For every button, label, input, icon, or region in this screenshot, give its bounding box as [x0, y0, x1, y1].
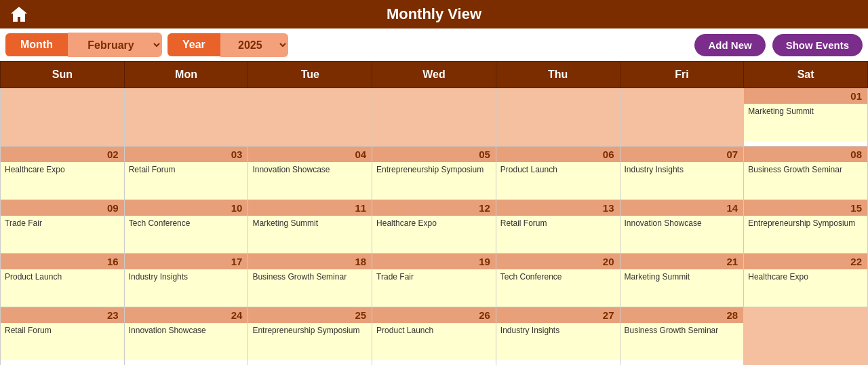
cell-event: Entrepreneurship Symposium — [744, 216, 867, 253]
calendar-cell[interactable]: 28Business Growth Seminar — [620, 307, 744, 366]
add-new-button[interactable]: Add New — [694, 34, 765, 56]
calendar-cell[interactable]: 23Retail Forum — [1, 307, 125, 366]
calendar-cell[interactable]: 18Business Growth Seminar — [248, 254, 372, 307]
calendar-cell[interactable]: 01Marketing Summit — [744, 88, 868, 147]
calendar-cell[interactable]: 13Retail Forum — [496, 200, 620, 254]
calendar-cell[interactable] — [372, 88, 496, 147]
calendar-cell[interactable]: 20Tech Conference — [496, 254, 620, 307]
cell-event: Tech Conference — [125, 216, 248, 253]
cell-date: 27 — [496, 307, 620, 323]
cell-event: Tech Conference — [496, 269, 620, 307]
cell-event: Trade Fair — [1, 216, 124, 253]
calendar-cell[interactable]: 09Trade Fair — [1, 200, 125, 254]
cell-date: 25 — [248, 307, 372, 323]
cell-event: Marketing Summit — [248, 216, 372, 253]
show-events-button[interactable]: Show Events — [772, 34, 863, 56]
cell-date: 13 — [496, 200, 620, 216]
cell-event: Innovation Showcase — [620, 216, 744, 253]
calendar-cell[interactable] — [124, 88, 248, 147]
calendar-cell[interactable]: 15Entrepreneurship Symposium — [744, 200, 868, 254]
cell-event: Innovation Showcase — [125, 323, 248, 360]
calendar-cell[interactable]: 05Entrepreneurship Symposium — [372, 147, 496, 200]
cell-date: 03 — [125, 147, 248, 162]
month-button[interactable]: Month — [5, 33, 68, 56]
calendar-cell[interactable]: 16Product Launch — [1, 254, 125, 307]
calendar-cell[interactable]: 19Trade Fair — [372, 254, 496, 307]
weekday-header-sun: Sun — [1, 62, 125, 88]
weekday-header-thu: Thu — [496, 62, 620, 88]
calendar-cell[interactable]: 10Tech Conference — [124, 200, 248, 254]
year-select[interactable]: 2023 2024 2025 2026 — [220, 33, 288, 57]
cell-event: Healthcare Expo — [372, 216, 496, 253]
cell-date: 01 — [744, 88, 867, 104]
cell-event: Business Growth Seminar — [620, 323, 744, 360]
cell-event: Business Growth Seminar — [248, 269, 372, 307]
cell-date: 19 — [372, 254, 496, 269]
cell-date: 23 — [1, 307, 124, 323]
cell-date: 08 — [744, 147, 867, 162]
calendar-cell[interactable]: 17Industry Insights — [124, 254, 248, 307]
cell-date: 28 — [620, 307, 744, 323]
cell-event: Product Launch — [496, 162, 620, 199]
cell-date: 18 — [248, 254, 372, 269]
cell-event: Trade Fair — [372, 269, 496, 307]
cell-date: 24 — [125, 307, 248, 323]
cell-date: 14 — [620, 200, 744, 216]
calendar-cell[interactable]: 03Retail Forum — [124, 147, 248, 200]
weekday-header-fri: Fri — [620, 62, 744, 88]
cell-date: 07 — [620, 147, 744, 162]
calendar-cell[interactable]: 14Innovation Showcase — [620, 200, 744, 254]
cell-event: Business Growth Seminar — [744, 162, 867, 199]
cell-date: 16 — [1, 254, 124, 269]
weekday-header-tue: Tue — [248, 62, 372, 88]
calendar-cell[interactable] — [744, 307, 868, 366]
cell-event: Marketing Summit — [744, 104, 867, 141]
cell-date: 02 — [1, 147, 124, 162]
cell-date: 26 — [372, 307, 496, 323]
calendar-cell[interactable]: 08Business Growth Seminar — [744, 147, 868, 200]
weekday-header-wed: Wed — [372, 62, 496, 88]
cell-date: 17 — [125, 254, 248, 269]
cell-event: Industry Insights — [620, 162, 744, 199]
calendar-cell[interactable]: 12Healthcare Expo — [372, 200, 496, 254]
cell-date: 12 — [372, 200, 496, 216]
cell-date: 21 — [620, 254, 744, 269]
cell-event: Industry Insights — [496, 323, 620, 360]
calendar-cell[interactable] — [1, 88, 125, 147]
calendar-cell[interactable]: 22Healthcare Expo — [744, 254, 868, 307]
calendar-cell[interactable]: 21Marketing Summit — [620, 254, 744, 307]
top-bar: Monthly View — [0, 0, 868, 28]
weekday-header-mon: Mon — [124, 62, 248, 88]
weekday-header-sat: Sat — [744, 62, 868, 88]
cell-event: Retail Forum — [1, 323, 124, 360]
calendar-cell[interactable] — [496, 88, 620, 147]
controls-row: Month January February March April May J… — [0, 28, 868, 61]
calendar-cell[interactable]: 24Innovation Showcase — [124, 307, 248, 366]
calendar-cell[interactable] — [248, 88, 372, 147]
calendar-cell[interactable]: 25Entrepreneurship Symposium — [248, 307, 372, 366]
calendar-cell[interactable]: 27Industry Insights — [496, 307, 620, 366]
cell-date: 20 — [496, 254, 620, 269]
calendar-cell[interactable]: 06Product Launch — [496, 147, 620, 200]
cell-event: Healthcare Expo — [744, 269, 867, 307]
year-label: Year — [167, 33, 220, 56]
calendar-cell[interactable]: 07Industry Insights — [620, 147, 744, 200]
cell-date: 04 — [248, 147, 372, 162]
cell-date: 10 — [125, 200, 248, 216]
cell-date: 05 — [372, 147, 496, 162]
calendar-table: SunMonTueWedThuFriSat 01Marketing Summit… — [0, 61, 868, 365]
calendar-cell[interactable] — [620, 88, 744, 147]
calendar-cell[interactable]: 04Innovation Showcase — [248, 147, 372, 200]
cell-date: 15 — [744, 200, 867, 216]
month-select[interactable]: January February March April May June Ju… — [68, 33, 162, 57]
cell-event: Innovation Showcase — [248, 162, 372, 199]
calendar-cell[interactable]: 26Product Launch — [372, 307, 496, 366]
cell-event: Retail Forum — [496, 216, 620, 253]
cell-event: Marketing Summit — [620, 269, 744, 307]
cell-event: Industry Insights — [125, 269, 248, 307]
cell-event: Healthcare Expo — [1, 162, 124, 199]
cell-event: Product Launch — [372, 323, 496, 360]
calendar-cell[interactable]: 11Marketing Summit — [248, 200, 372, 254]
calendar-cell[interactable]: 02Healthcare Expo — [1, 147, 125, 200]
home-icon[interactable] — [9, 5, 28, 24]
